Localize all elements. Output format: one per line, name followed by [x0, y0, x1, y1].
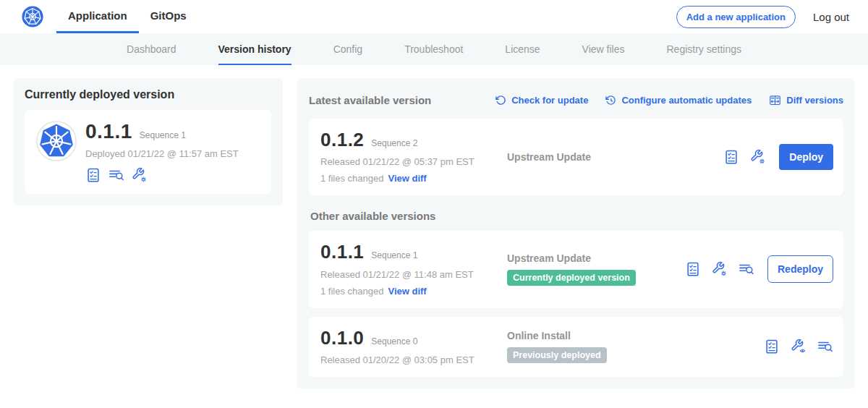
app-version-logo-icon: [36, 121, 77, 161]
tab-license[interactable]: License: [484, 33, 561, 65]
refresh-icon: [495, 95, 506, 106]
tab-config[interactable]: Config: [312, 33, 383, 65]
check-for-update-link[interactable]: Check for update: [495, 94, 588, 106]
version-card-0-1-1: 0.1.1 Sequence 1 Released 01/21/22 @ 11:…: [309, 231, 843, 307]
deployed-version-number: 0.1.1: [85, 121, 132, 142]
version-source-label: Upstream Update: [507, 252, 685, 264]
version-number: 0.1.2: [320, 130, 364, 150]
deployed-sequence-label: Sequence 1: [140, 130, 186, 140]
release-notes-icon[interactable]: [723, 149, 739, 165]
app-subnav: Dashboard Version history Config Trouble…: [0, 33, 868, 65]
deploy-logs-icon[interactable]: [739, 261, 754, 277]
sequence-label: Sequence 2: [371, 138, 417, 148]
deployed-version-card: 0.1.1 Sequence 1 Deployed 01/21/22 @ 11:…: [25, 110, 271, 194]
sequence-label: Sequence 1: [371, 250, 417, 260]
tab-view-files[interactable]: View files: [561, 33, 646, 65]
deploy-logs-icon[interactable]: [109, 167, 124, 183]
sequence-label: Sequence 0: [371, 336, 417, 347]
view-diff-link[interactable]: View diff: [388, 286, 426, 297]
nav-tab-application[interactable]: Application: [56, 0, 139, 33]
version-number: 0.1.1: [320, 242, 364, 262]
currently-deployed-title: Currently deployed version: [25, 88, 271, 101]
view-config-icon[interactable]: [791, 339, 807, 354]
redeploy-button[interactable]: Redeploy: [767, 255, 833, 283]
app-logo: [22, 0, 43, 33]
version-source-label: Online Install: [507, 330, 764, 341]
version-card-0-1-2: 0.1.2 Sequence 2 Released 01/21/22 @ 05:…: [309, 119, 843, 195]
released-timestamp: Released 01/21/22 @ 11:48 am EST: [320, 269, 507, 280]
previously-deployed-badge: Previously deployed: [507, 347, 607, 363]
diff-icon: [769, 94, 781, 106]
files-changed-label: 1 files changed: [320, 173, 383, 184]
diff-versions-link[interactable]: Diff versions: [769, 94, 843, 106]
nav-tab-gitops[interactable]: GitOps: [139, 0, 198, 33]
check-for-update-label: Check for update: [511, 95, 588, 106]
deploy-logs-icon[interactable]: [817, 339, 833, 354]
version-history-panel: Latest available version Check for updat…: [297, 78, 855, 388]
release-notes-icon[interactable]: [85, 167, 101, 183]
released-timestamp: Released 01/20/22 @ 03:05 pm EST: [320, 354, 507, 365]
version-source-label: Upstream Update: [507, 151, 723, 163]
add-new-application-button[interactable]: Add a new application: [676, 6, 796, 28]
tab-version-history[interactable]: Version history: [197, 33, 312, 65]
edit-config-icon[interactable]: [712, 261, 728, 277]
tab-dashboard[interactable]: Dashboard: [106, 33, 197, 65]
version-card-0-1-0: 0.1.0 Sequence 0 Released 01/20/22 @ 03:…: [309, 317, 843, 377]
kubernetes-logo-icon: [22, 6, 43, 27]
diff-versions-label: Diff versions: [786, 95, 843, 106]
edit-config-icon[interactable]: [750, 149, 766, 165]
configure-automatic-updates-link[interactable]: Configure automatic updates: [605, 94, 752, 106]
auto-update-icon: [605, 95, 616, 106]
release-notes-icon[interactable]: [685, 261, 701, 277]
deployed-timestamp: Deployed 01/21/22 @ 11:57 am EST: [85, 148, 239, 159]
logout-button[interactable]: Log out: [813, 11, 849, 23]
tab-registry-settings[interactable]: Registry settings: [646, 33, 762, 65]
top-navbar: Application GitOps Add a new application…: [0, 0, 868, 33]
version-number: 0.1.0: [320, 328, 364, 348]
files-changed-label: 1 files changed: [320, 286, 383, 297]
currently-deployed-badge: Currently deployed version: [507, 270, 636, 286]
currently-deployed-panel: Currently deployed version 0.1.1 Sequenc…: [13, 78, 283, 205]
deploy-button[interactable]: Deploy: [779, 144, 833, 170]
view-diff-link[interactable]: View diff: [388, 173, 426, 184]
latest-available-title: Latest available version: [309, 94, 431, 106]
tab-troubleshoot[interactable]: Troubleshoot: [383, 33, 484, 65]
configure-automatic-updates-label: Configure automatic updates: [621, 95, 752, 106]
other-available-title: Other available versions: [310, 210, 843, 222]
release-notes-icon[interactable]: [764, 339, 780, 354]
edit-config-icon[interactable]: [132, 167, 148, 183]
released-timestamp: Released 01/21/22 @ 05:37 pm EST: [320, 156, 507, 167]
